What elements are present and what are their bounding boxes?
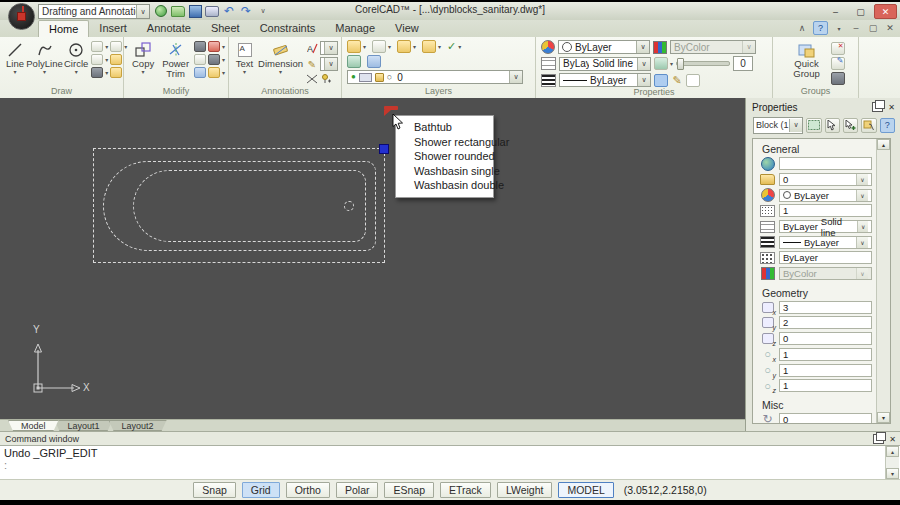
undo-icon[interactable]: ↶ xyxy=(222,5,236,18)
mirror-icon[interactable] xyxy=(194,54,206,65)
polar-toggle[interactable]: Polar xyxy=(336,482,379,498)
dimension-style-combo[interactable]: ∨ xyxy=(320,57,338,71)
transparency-slider[interactable] xyxy=(676,61,730,66)
esnap-toggle[interactable]: ESnap xyxy=(384,482,434,498)
close-window-icon[interactable]: ✕ xyxy=(874,4,897,19)
open-drawing-icon[interactable] xyxy=(171,5,185,18)
tab-manage[interactable]: Manage xyxy=(325,20,385,37)
line-weight-field[interactable]: ByLayer ∨ xyxy=(779,236,872,249)
drawing-canvas[interactable]: Bathtub Shower rectangular Shower rounde… xyxy=(0,98,745,419)
dimension-button[interactable]: Dimension ▾ xyxy=(258,40,303,86)
snap-toggle[interactable]: Snap xyxy=(193,482,236,498)
polyline-button[interactable]: PolyLine ▾ xyxy=(28,40,61,86)
float-panel-icon[interactable] xyxy=(872,102,883,112)
help-dropdown-icon[interactable]: ▾ xyxy=(833,25,845,32)
line-weight-combo[interactable]: ByLayer ∨ xyxy=(559,73,651,87)
bathtub-drain-circle[interactable] xyxy=(344,201,354,211)
stretch-icon[interactable] xyxy=(194,67,206,78)
properties-scrollbar[interactable]: ▴ ▾ xyxy=(876,139,890,423)
quick-group-button[interactable]: Quick Group xyxy=(789,40,825,86)
workspace-selector[interactable]: Drafting and Annotation ∨ xyxy=(38,4,150,19)
edit-properties-icon[interactable]: ✎ xyxy=(671,74,683,87)
line-style-combo[interactable]: ByLayer Solid line ∨ xyxy=(559,57,651,71)
transparency-icon[interactable] xyxy=(654,57,668,70)
select-cursor-icon[interactable] xyxy=(825,118,840,133)
scale-z-field[interactable]: 1 xyxy=(779,379,872,392)
power-trim-button[interactable]: Power Trim xyxy=(160,40,191,86)
select-elements-icon[interactable] xyxy=(806,118,821,133)
layer-check-icon[interactable]: ✓ xyxy=(447,40,456,53)
dimension-style-icon[interactable]: ✎ xyxy=(306,59,318,70)
customize-toolbar-icon[interactable]: ∨ xyxy=(256,5,270,18)
point-icon[interactable] xyxy=(110,41,122,52)
edit-group-icon[interactable]: ✎ xyxy=(831,57,845,70)
lweight-toggle[interactable]: LWeight xyxy=(497,482,553,498)
layer-states-icon[interactable] xyxy=(422,40,436,53)
copy-button[interactable]: Copy ▾ xyxy=(129,40,157,86)
ortho-toggle[interactable]: Ortho xyxy=(286,482,330,498)
etrack-toggle[interactable]: ETrack xyxy=(440,482,491,498)
print-icon[interactable] xyxy=(205,5,219,18)
layers-manager-icon[interactable] xyxy=(347,40,361,53)
annotation-monitor-icon[interactable] xyxy=(320,73,332,84)
panel-help-icon[interactable]: ? xyxy=(880,118,895,133)
delete-icon[interactable] xyxy=(208,41,220,52)
layer-freeze-icon[interactable] xyxy=(372,40,386,53)
bathtub-basin-outline[interactable] xyxy=(133,170,366,242)
hyperlink-field[interactable] xyxy=(779,157,872,170)
property-page-icon[interactable] xyxy=(686,74,700,87)
collapse-ribbon-icon[interactable]: ∧ xyxy=(796,23,808,33)
menu-item-shower-rectangular[interactable]: Shower rectangular xyxy=(396,135,493,150)
ungroup-icon[interactable]: ✕ xyxy=(831,42,845,55)
menu-item-washbasin-single[interactable]: Washbasin single xyxy=(396,164,493,179)
tab-constraints[interactable]: Constraints xyxy=(250,20,326,37)
tab-annotate[interactable]: Annotate xyxy=(137,20,201,37)
active-layer-combo[interactable]: ● ○ 0 ∨ xyxy=(347,70,523,84)
scroll-down-icon[interactable]: ▾ xyxy=(877,412,890,423)
sheet-tab-layout2[interactable]: Layout2 xyxy=(109,420,167,431)
close-command-window-icon[interactable]: ✕ xyxy=(889,435,896,444)
chevron-down-icon[interactable]: ∨ xyxy=(509,71,522,83)
hatch-icon[interactable] xyxy=(91,67,103,78)
rotate-icon[interactable] xyxy=(208,67,220,78)
command-scrollbar[interactable]: ▴ ▾ xyxy=(885,446,899,479)
text-style-combo[interactable]: ∨ xyxy=(320,41,338,55)
rotation-field[interactable]: 0 xyxy=(779,413,872,424)
text-button[interactable]: A Text ▾ xyxy=(234,40,255,86)
doc-restore-icon[interactable]: ▢ xyxy=(867,23,879,33)
scroll-up-icon[interactable]: ▴ xyxy=(877,139,890,150)
line-button[interactable]: Line ▾ xyxy=(5,40,25,86)
tab-view[interactable]: View xyxy=(385,20,429,37)
menu-item-shower-rounded[interactable]: Shower rounded xyxy=(396,149,493,164)
float-command-window-icon[interactable] xyxy=(873,434,884,444)
layer-previous-icon[interactable] xyxy=(347,55,361,68)
text-style-icon[interactable]: A xyxy=(306,43,318,54)
sheet-tab-layout1[interactable]: Layout1 xyxy=(55,420,113,431)
layer-field[interactable]: 0 ∨ xyxy=(779,173,872,186)
new-drawing-icon[interactable] xyxy=(154,5,168,18)
add-to-selection-icon[interactable] xyxy=(843,118,858,133)
line-style-field[interactable]: ByLayer Solid line ∨ xyxy=(779,220,872,233)
doc-close-icon[interactable]: ✕ xyxy=(884,23,896,33)
explode-icon[interactable] xyxy=(208,54,220,65)
grid-toggle[interactable]: Grid xyxy=(242,482,280,498)
circle-button[interactable]: Circle ▾ xyxy=(64,40,88,86)
line-color-combo[interactable]: ByLayer ∨ xyxy=(558,40,650,54)
block-insertion-grip[interactable] xyxy=(379,144,389,154)
command-input-area[interactable]: Undo _GRIP_EDIT : xyxy=(0,445,900,480)
chevron-down-icon[interactable]: ∨ xyxy=(136,5,149,18)
print-style-field[interactable]: ByLayer xyxy=(779,251,872,264)
ring-icon[interactable] xyxy=(110,67,122,78)
quick-select-icon[interactable] xyxy=(861,118,876,133)
position-z-field[interactable]: 0 xyxy=(779,332,872,345)
transparency-value[interactable]: 0 xyxy=(733,56,753,71)
polygon-icon[interactable] xyxy=(110,54,122,65)
corelcad-logo-icon[interactable] xyxy=(8,3,35,30)
arc-icon[interactable] xyxy=(91,41,103,52)
ellipse-icon[interactable] xyxy=(91,54,103,65)
scale-y-field[interactable]: 1 xyxy=(779,364,872,377)
minimize-window-icon[interactable]: – xyxy=(824,4,847,19)
scroll-up-icon[interactable]: ▴ xyxy=(886,446,899,457)
match-properties-icon[interactable] xyxy=(654,74,668,87)
slider-handle[interactable] xyxy=(677,58,684,70)
